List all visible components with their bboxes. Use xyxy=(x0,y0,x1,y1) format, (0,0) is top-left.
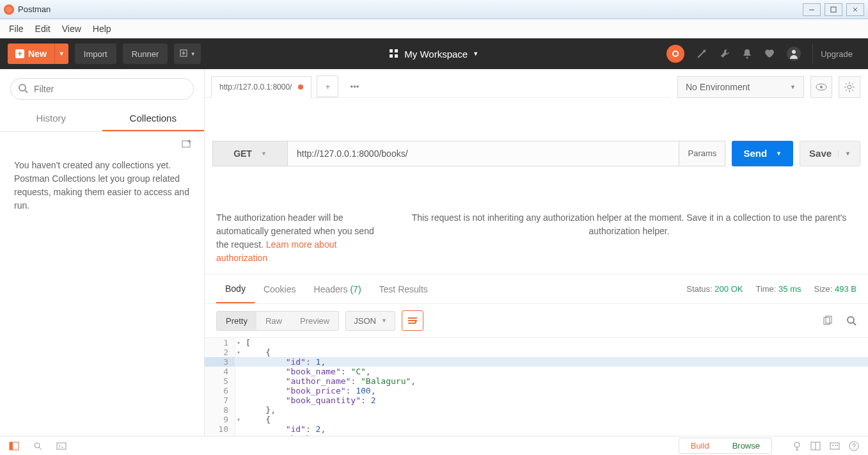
svg-point-44 xyxy=(794,442,800,447)
save-button[interactable]: Save▼ xyxy=(800,141,860,166)
code-line[interactable]: 9▾ { xyxy=(205,415,868,424)
code-line[interactable]: 7 "book_quantity": 2 xyxy=(205,395,868,405)
svg-line-28 xyxy=(846,83,847,84)
workspace-selector[interactable]: My Workspace xyxy=(404,49,468,60)
tab-options-button[interactable]: ••• xyxy=(343,76,365,97)
code-line[interactable]: 10 "id": 2, xyxy=(205,424,868,434)
response-body-code[interactable]: 1▾[2▾ {3 "id": 1,4 "book_name": "C",5 "a… xyxy=(205,337,868,436)
code-line[interactable]: 8 }, xyxy=(205,405,868,415)
svg-line-17 xyxy=(25,90,28,93)
svg-line-31 xyxy=(846,90,847,91)
import-button[interactable]: Import xyxy=(75,44,116,64)
environment-settings-button[interactable] xyxy=(839,76,860,98)
plus-icon: + xyxy=(15,49,24,58)
help-icon[interactable]: ? xyxy=(849,441,859,451)
svg-rect-49 xyxy=(830,443,839,449)
two-pane-icon[interactable] xyxy=(810,442,821,451)
postman-app-icon xyxy=(4,4,14,15)
svg-point-36 xyxy=(848,317,854,323)
svg-rect-1 xyxy=(809,10,814,10)
url-input[interactable]: http://127.0.0.1:8000/books/ xyxy=(288,141,679,166)
statusbar: Build Browse ? xyxy=(0,436,868,455)
auth-info-right: This request is not inheriting any autho… xyxy=(402,211,856,265)
response-tab-cookies[interactable]: Cookies xyxy=(255,275,305,303)
build-mode-button[interactable]: Build xyxy=(679,438,721,453)
response-size: Size: 493 B xyxy=(814,284,856,294)
new-window-button[interactable]: ▼ xyxy=(174,44,201,64)
view-preview[interactable]: Preview xyxy=(291,312,338,330)
svg-point-40 xyxy=(35,443,40,448)
bootcamp-icon[interactable] xyxy=(793,441,801,451)
svg-point-50 xyxy=(832,445,833,446)
svg-point-12 xyxy=(703,50,706,52)
heart-icon[interactable] xyxy=(764,49,775,59)
svg-rect-2 xyxy=(831,7,836,12)
environment-selector[interactable]: No Environment▼ xyxy=(677,76,804,98)
code-line[interactable]: 4 "book_name": "C", xyxy=(205,367,868,376)
window-minimize-button[interactable] xyxy=(803,3,821,16)
sidebar-toggle-icon[interactable] xyxy=(9,442,19,451)
svg-rect-39 xyxy=(10,442,13,450)
window-maximize-button[interactable] xyxy=(825,3,842,16)
main-toolbar: +New ▼ Import Runner ▼ My Workspace ▼ Up… xyxy=(0,38,868,69)
menu-help[interactable]: Help xyxy=(93,24,111,34)
search-response-icon[interactable] xyxy=(846,315,856,326)
code-line[interactable]: 2▾ { xyxy=(205,347,868,357)
filter-input[interactable] xyxy=(10,78,194,100)
console-icon[interactable] xyxy=(56,442,67,450)
svg-rect-10 xyxy=(390,54,393,58)
svg-point-52 xyxy=(837,445,838,446)
copy-response-icon[interactable] xyxy=(822,315,832,326)
response-tab-tests[interactable]: Test Results xyxy=(370,275,437,303)
wrap-lines-button[interactable] xyxy=(402,310,423,331)
browse-mode-button[interactable]: Browse xyxy=(721,438,771,453)
code-line[interactable]: 6 "book_price": 100, xyxy=(205,386,868,395)
code-line[interactable]: 1▾[ xyxy=(205,338,868,347)
wrench-icon[interactable] xyxy=(719,48,730,60)
new-collection-icon[interactable] xyxy=(181,138,193,150)
svg-rect-9 xyxy=(395,49,398,52)
keyboard-shortcuts-icon[interactable] xyxy=(830,442,840,450)
user-avatar[interactable] xyxy=(787,47,801,61)
window-title: Postman xyxy=(18,4,803,14)
view-raw[interactable]: Raw xyxy=(256,312,291,330)
bell-icon[interactable] xyxy=(742,48,752,60)
svg-point-0 xyxy=(6,6,12,13)
new-dropdown[interactable]: ▼ xyxy=(54,44,68,64)
search-icon xyxy=(18,83,28,93)
response-tab-headers[interactable]: Headers (7) xyxy=(305,275,370,303)
code-line[interactable]: 3 "id": 1, xyxy=(205,357,868,367)
response-tab-body[interactable]: Body xyxy=(216,275,255,303)
tab-collections[interactable]: Collections xyxy=(102,106,205,131)
find-icon[interactable] xyxy=(33,442,42,451)
send-button[interactable]: Send▼ xyxy=(732,141,793,166)
satellite-icon[interactable] xyxy=(696,48,707,60)
menu-file[interactable]: File xyxy=(9,24,24,34)
menu-view[interactable]: View xyxy=(62,24,81,34)
environment-preview-button[interactable] xyxy=(810,76,832,98)
request-tab-label: http://127.0.0.1:8000/ xyxy=(219,83,292,92)
format-selector[interactable]: JSON▼ xyxy=(345,311,395,331)
params-button[interactable]: Params xyxy=(679,141,725,166)
body-view-selector[interactable]: Pretty Raw Preview xyxy=(216,311,339,331)
svg-point-23 xyxy=(848,85,851,89)
menubar: File Edit View Help xyxy=(0,19,868,38)
request-tab[interactable]: http://127.0.0.1:8000/ xyxy=(211,76,312,98)
runner-button[interactable]: Runner xyxy=(123,44,168,64)
svg-line-30 xyxy=(852,83,853,84)
collections-empty-text: You haven't created any collections yet.… xyxy=(0,150,204,221)
http-method-selector[interactable]: GET▼ xyxy=(212,141,288,166)
tab-history[interactable]: History xyxy=(0,106,102,131)
svg-point-51 xyxy=(835,445,836,446)
menu-edit[interactable]: Edit xyxy=(35,24,51,34)
sync-button[interactable] xyxy=(667,45,684,63)
upgrade-button[interactable]: Upgrade xyxy=(812,44,860,64)
view-pretty[interactable]: Pretty xyxy=(217,312,256,330)
svg-line-37 xyxy=(853,323,856,325)
window-titlebar: Postman xyxy=(0,0,868,19)
new-button[interactable]: +New ▼ xyxy=(8,44,68,64)
code-line[interactable]: 5 "author_name": "Balaguru", xyxy=(205,376,868,386)
window-close-button[interactable] xyxy=(846,3,864,16)
new-tab-button[interactable]: + xyxy=(317,76,338,97)
svg-rect-8 xyxy=(390,49,393,52)
